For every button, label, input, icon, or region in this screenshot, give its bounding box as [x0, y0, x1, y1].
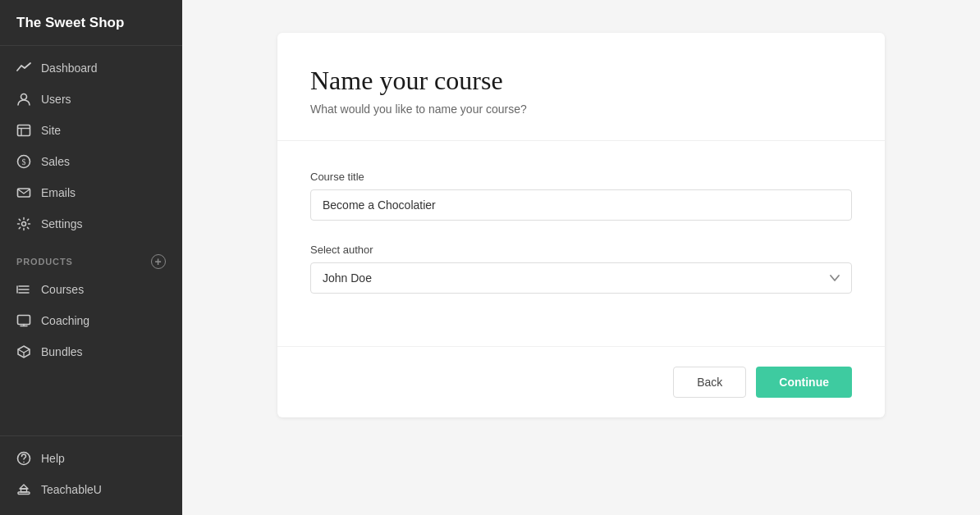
svg-point-0 [21, 94, 27, 100]
card-title: Name your course [310, 66, 852, 96]
sidebar: The Sweet Shop Dashboard Users [0, 0, 182, 515]
name-course-card: Name your course What would you like to … [277, 33, 885, 417]
courses-icon [16, 282, 31, 297]
sidebar-item-sales[interactable]: $ Sales [0, 146, 182, 177]
sidebar-item-teachableu-label: TeachableU [41, 483, 102, 496]
sidebar-item-settings[interactable]: Settings [0, 208, 182, 239]
select-author-label: Select author [310, 244, 852, 256]
svg-text:$: $ [22, 157, 26, 166]
bundles-icon [16, 344, 31, 359]
sidebar-item-dashboard-label: Dashboard [41, 62, 98, 75]
coaching-icon [16, 313, 31, 328]
course-title-input[interactable] [310, 189, 852, 221]
teachableu-icon [16, 482, 31, 497]
sidebar-item-users[interactable]: Users [0, 84, 182, 115]
course-title-label: Course title [310, 171, 852, 183]
sidebar-item-emails[interactable]: Emails [0, 177, 182, 208]
sidebar-item-courses-label: Courses [41, 283, 84, 296]
svg-rect-1 [18, 125, 30, 136]
svg-line-17 [24, 349, 30, 353]
sidebar-item-bundles[interactable]: Bundles [0, 336, 182, 367]
sidebar-item-emails-label: Emails [41, 186, 76, 199]
site-icon [16, 123, 31, 138]
sidebar-item-site-label: Site [41, 124, 61, 137]
users-icon [16, 92, 31, 107]
sidebar-item-site[interactable]: Site [0, 115, 182, 146]
sidebar-item-bundles-label: Bundles [41, 345, 83, 358]
back-button[interactable]: Back [673, 367, 746, 398]
sidebar-item-dashboard[interactable]: Dashboard [0, 52, 182, 84]
course-title-group: Course title [310, 171, 852, 221]
card-subtitle: What would you like to name your course? [310, 103, 852, 116]
sidebar-item-courses[interactable]: Courses [0, 274, 182, 305]
sales-icon: $ [16, 154, 31, 169]
products-section-header: PRODUCTS + [0, 246, 182, 274]
select-author-wrapper: John Doe [310, 262, 852, 294]
svg-line-16 [18, 349, 24, 353]
emails-icon [16, 185, 31, 200]
sidebar-item-coaching[interactable]: Coaching [0, 305, 182, 336]
svg-point-20 [23, 462, 25, 463]
products-label: PRODUCTS [16, 257, 73, 267]
sidebar-item-coaching-label: Coaching [41, 314, 89, 327]
sidebar-item-users-label: Users [41, 93, 71, 106]
brand-logo: The Sweet Shop [0, 0, 182, 46]
card-footer: Back Continue [277, 346, 885, 417]
select-author-dropdown[interactable]: John Doe [310, 262, 852, 294]
brand-name: The Sweet Shop [16, 15, 124, 31]
svg-rect-12 [18, 316, 30, 325]
main-content: Name your course What would you like to … [182, 0, 980, 515]
sidebar-item-teachableu[interactable]: TeachableU [0, 474, 182, 505]
select-author-group: Select author John Doe [310, 244, 852, 294]
card-body: Course title Select author John Doe [277, 141, 885, 346]
sidebar-item-sales-label: Sales [41, 155, 70, 168]
add-product-button[interactable]: + [151, 254, 166, 269]
svg-point-7 [22, 222, 26, 226]
sidebar-item-help[interactable]: Help [0, 443, 182, 474]
sidebar-bottom: Help TeachableU [0, 435, 182, 515]
help-icon [16, 451, 31, 466]
sidebar-item-help-label: Help [41, 452, 65, 465]
continue-button[interactable]: Continue [756, 367, 852, 398]
card-header: Name your course What would you like to … [277, 33, 885, 141]
sidebar-item-settings-label: Settings [41, 217, 83, 230]
svg-rect-22 [21, 489, 27, 492]
settings-icon [16, 216, 31, 231]
dashboard-icon [16, 61, 31, 75]
sidebar-nav: Dashboard Users Site [0, 46, 182, 435]
